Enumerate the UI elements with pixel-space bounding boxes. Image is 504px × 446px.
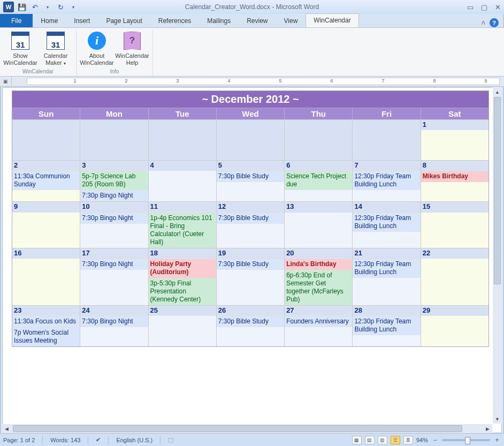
calendar-day-cell[interactable]: 22	[421, 248, 488, 305]
calendar-day-cell[interactable]	[285, 119, 353, 160]
calendar-event[interactable]: 12:30p Friday Team Building Lunch	[353, 171, 420, 190]
show-wincalendar-button[interactable]: 31 Show WinCalendar	[3, 30, 37, 66]
tab-references[interactable]: References	[150, 14, 199, 27]
calendar-day-cell[interactable]	[12, 119, 80, 160]
calendar-event[interactable]: 11:30a Communion Sunday	[12, 171, 80, 190]
calendar-event[interactable]: 7:30p Bingo Night	[80, 213, 148, 224]
calendar-day-cell[interactable]	[80, 119, 148, 160]
vertical-scrollbar[interactable]: ▲ ▼	[493, 87, 502, 424]
document-page[interactable]: ~ December 2012 ~ SunMonTueWedThuFriSat …	[12, 90, 489, 347]
calendar-event[interactable]: 7:30p Bible Study	[217, 316, 284, 327]
save-icon[interactable]: 💾	[17, 2, 27, 12]
close-button[interactable]: ✕	[495, 3, 501, 11]
calendar-day-cell[interactable]: 27Founders Anniversary	[285, 305, 353, 346]
calendar-day-cell[interactable]: 2112:30p Friday Team Building Lunch	[353, 248, 421, 305]
calendar-day-cell[interactable]: 2311:30a Focus on Kids7p Women's Social …	[12, 305, 80, 346]
calendar-event[interactable]: 1p-4p Economics 101 Final - Bring Calcul…	[149, 213, 216, 248]
status-proofing-icon[interactable]: ✔	[96, 436, 101, 443]
calendar-day-cell[interactable]: 127:30p Bible Study	[217, 201, 285, 247]
status-word-count[interactable]: Words: 143	[50, 437, 80, 443]
undo-dropdown-icon[interactable]: ▾	[43, 2, 52, 12]
calendar-day-cell[interactable]: 16	[12, 248, 80, 305]
calendar-day-cell[interactable]: 20Linda's Birthday6p-6:30p End of Semest…	[285, 248, 353, 305]
zoom-slider[interactable]	[442, 439, 490, 441]
scroll-thumb[interactable]	[13, 425, 462, 432]
calendar-day-cell[interactable]: 13	[285, 201, 353, 247]
calendar-event[interactable]: 7:30p Bingo Night	[80, 259, 148, 270]
wincalendar-help-button[interactable]: ? WinCalendar Help	[115, 30, 149, 66]
calendar-day-cell[interactable]: 1412:30p Friday Team Building Lunch	[353, 201, 421, 247]
calendar-day-cell[interactable]: 111p-4p Economics 101 Final - Bring Calc…	[149, 201, 217, 247]
calendar-event[interactable]: Linda's Birthday	[285, 259, 352, 270]
tab-review[interactable]: Review	[239, 14, 276, 27]
calendar-day-cell[interactable]: 9	[12, 201, 80, 247]
help-icon[interactable]: ?	[490, 18, 499, 27]
calendar-event[interactable]: 7:30p Bible Study	[217, 213, 284, 224]
minimize-button[interactable]: ▭	[467, 3, 474, 11]
calendar-day-cell[interactable]: 25	[149, 305, 217, 346]
document-viewport[interactable]: ~ December 2012 ~ SunMonTueWedThuFriSat …	[2, 87, 502, 433]
scroll-down-icon[interactable]: ▼	[493, 414, 502, 424]
view-print-layout-button[interactable]: ▦	[352, 436, 362, 444]
ruler-corner-icon[interactable]: ▣	[0, 77, 12, 86]
tab-page-layout[interactable]: Page Layout	[98, 14, 150, 27]
view-web-layout-button[interactable]: ▥	[378, 436, 387, 444]
status-insert-mode-icon[interactable]: ⬚	[168, 436, 173, 443]
calendar-day-cell[interactable]: 57:30p Bible Study	[217, 160, 285, 201]
maximize-button[interactable]: ▢	[481, 3, 487, 11]
status-page[interactable]: Page: 1 of 2	[3, 437, 35, 443]
zoom-out-button[interactable]: −	[431, 436, 439, 444]
calendar-event[interactable]: 11:30a Focus on Kids	[12, 316, 80, 327]
calendar-day-cell[interactable]: 197:30p Bible Study	[217, 248, 285, 305]
horizontal-ruler[interactable]: ▣ 1 2 3 4 5 6 7 8 9	[0, 77, 504, 87]
minimize-ribbon-icon[interactable]: ᐱ	[482, 20, 485, 26]
calendar-day-cell[interactable]: 8Mikes Birthday	[421, 160, 488, 201]
view-outline-button[interactable]: ☰	[391, 436, 400, 444]
calendar-day-cell[interactable]: 267:30p Bible Study	[217, 305, 285, 346]
calendar-day-cell[interactable]: 1	[421, 119, 488, 160]
calendar-day-cell[interactable]: 177:30p Bingo Night	[80, 248, 148, 305]
horizontal-scrollbar[interactable]: ◀ ▶	[2, 424, 492, 433]
calendar-day-cell[interactable]: 4	[149, 160, 217, 201]
calendar-day-cell[interactable]: 712:30p Friday Team Building Lunch	[353, 160, 421, 201]
calendar-event[interactable]: 5p-7p Science Lab 205 (Room 9B)	[80, 171, 148, 190]
status-language[interactable]: English (U.S.)	[116, 437, 152, 443]
tab-mailings[interactable]: Mailings	[199, 14, 239, 27]
qat-customize-icon[interactable]: ▾	[68, 2, 78, 12]
calendar-day-cell[interactable]: 107:30p Bingo Night	[80, 201, 148, 247]
undo-icon[interactable]: ↶	[30, 2, 40, 12]
calendar-day-cell[interactable]: 35p-7p Science Lab 205 (Room 9B)7:30p Bi…	[80, 160, 148, 201]
calendar-event[interactable]: 7:30p Bingo Night	[80, 190, 148, 201]
scroll-thumb[interactable]	[494, 97, 501, 284]
zoom-in-button[interactable]: +	[493, 436, 501, 444]
redo-icon[interactable]: ↻	[56, 2, 65, 12]
calendar-event[interactable]: 7:30p Bible Study	[217, 259, 284, 270]
calendar-day-cell[interactable]	[353, 119, 421, 160]
word-app-icon[interactable]: W	[3, 2, 14, 12]
calendar-day-cell[interactable]: 247:30p Bingo Night	[80, 305, 148, 346]
calendar-maker-button[interactable]: 31 Calendar Maker ▾	[39, 30, 73, 66]
calendar-event[interactable]: 12:30p Friday Team Building Lunch	[353, 213, 420, 232]
calendar-event[interactable]: 6p-6:30p End of Semester Get together (M…	[285, 270, 352, 305]
view-full-screen-button[interactable]: ▤	[365, 436, 375, 444]
calendar-day-cell[interactable]: 2812:30p Friday Team Building Lunch	[353, 305, 421, 346]
calendar-event[interactable]: 3p-5:30p Final Presentation (Kennedy Cen…	[149, 278, 216, 305]
tab-view[interactable]: View	[276, 14, 306, 27]
calendar-event[interactable]: 12:30p Friday Team Building Lunch	[353, 316, 420, 335]
calendar-event[interactable]: 12:30p Friday Team Building Lunch	[353, 259, 420, 278]
status-zoom-level[interactable]: 94%	[416, 437, 428, 443]
calendar-event[interactable]: Holiday Party (Auditorium)	[149, 259, 216, 278]
calendar-day-cell[interactable]: 211:30a Communion Sunday	[12, 160, 80, 201]
calendar-event[interactable]: Science Tech Project due	[285, 171, 352, 190]
view-draft-button[interactable]: ≣	[403, 436, 413, 444]
scroll-right-icon[interactable]: ▶	[483, 424, 492, 433]
calendar-event[interactable]: Mikes Birthday	[421, 171, 488, 182]
scroll-left-icon[interactable]: ◀	[2, 424, 11, 433]
calendar-event[interactable]: 7p Women's Social Issues Meeting	[12, 327, 80, 346]
calendar-event[interactable]: 7:30p Bingo Night	[80, 316, 148, 327]
calendar-day-cell[interactable]	[149, 119, 217, 160]
calendar-day-cell[interactable]: 6Science Tech Project due	[285, 160, 353, 201]
calendar-day-cell[interactable]	[217, 119, 285, 160]
calendar-event[interactable]: 7:30p Bible Study	[217, 171, 284, 182]
tab-home[interactable]: Home	[33, 14, 66, 27]
